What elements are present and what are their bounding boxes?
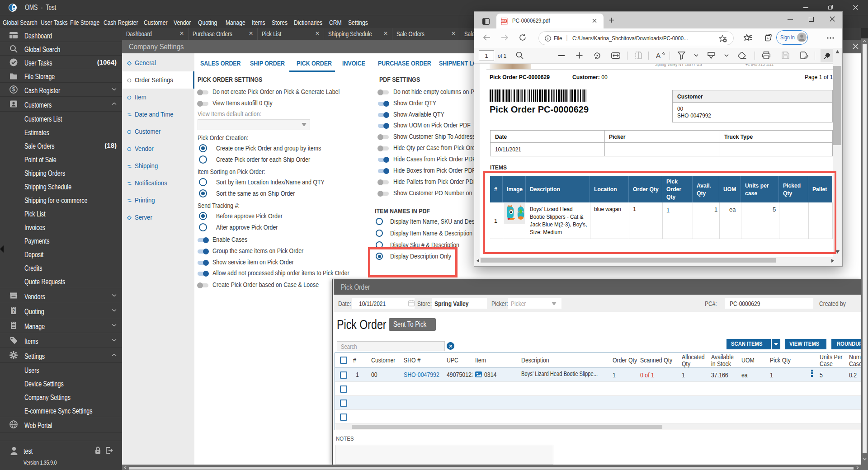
svg-text:?: ?: [12, 309, 15, 314]
svg-text:$: $: [12, 86, 15, 93]
svg-text:A: A: [656, 52, 660, 59]
svg-text:PDF: PDF: [501, 20, 507, 23]
